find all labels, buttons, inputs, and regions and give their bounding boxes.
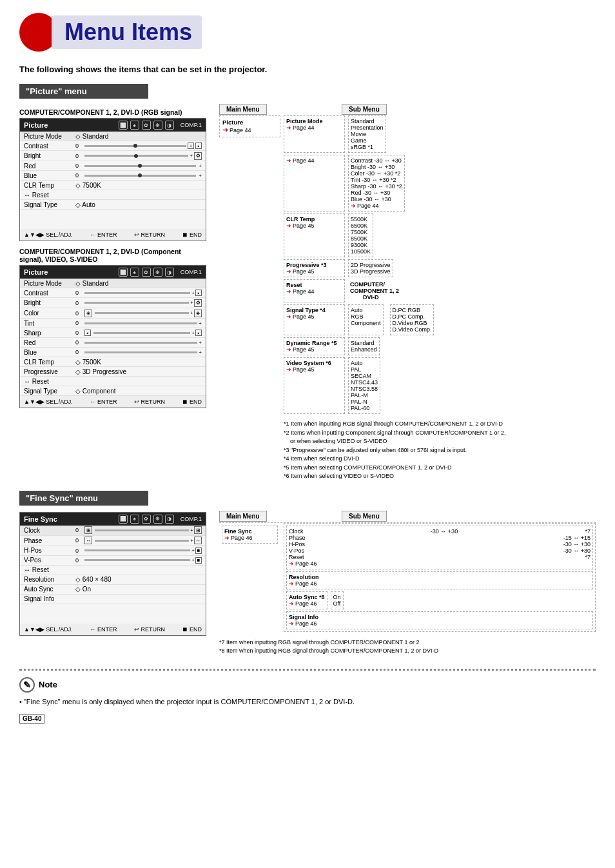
fn-6: *6 Item when selecting VIDEO or S-VIDEO xyxy=(284,472,596,481)
adjust-group: ➜ Page 44 Contrast -30 ↔ +30 Bright -30 … xyxy=(284,155,596,212)
adj-1: Contrast -30 ↔ +30 xyxy=(351,157,402,164)
dynamic-range-group: Dynamic Range *5 ➜ Page 45 Standard Enha… xyxy=(284,337,596,355)
fs-vpos: V-Pos -30 ↔ +30 xyxy=(289,547,591,554)
nav-sel-2: ▲▼◀▶ SEL./ADJ. xyxy=(24,399,73,405)
page-title: Menu Items xyxy=(52,15,202,49)
fn-2b: or when selecting VIDEO or S-VIDEO xyxy=(284,437,596,446)
fine-sync-section: "Fine Sync" menu Fine Sync ⬜ ♠ ✿ ❋ ◑ COM… xyxy=(19,491,596,656)
footnotes-picture: *1 Item when inputting RGB signal throug… xyxy=(284,420,596,481)
nav-end: ⏹ END xyxy=(182,232,202,238)
row-tint-2: Tint 0 + xyxy=(20,319,206,328)
fs-icon-1: ⬜ xyxy=(119,515,128,524)
fine-sync-panel: Fine Sync ⬜ ♠ ✿ ❋ ◑ COMP.1 Clock 0 ⊞ xyxy=(19,512,206,636)
panel-icons-2: ⬜ ♠ ✿ ❋ ◑ COMP.1 xyxy=(119,268,202,277)
fs-resolution-group: Resolution ➜ Page 46 xyxy=(286,571,593,589)
pm-sub-label: Picture Mode xyxy=(286,118,342,124)
row-blue-1: Blue 0 + xyxy=(20,171,206,181)
fs-main-title: Main Menu xyxy=(219,511,267,522)
fs-diag-headers: Main Menu Sub Menu xyxy=(219,512,596,520)
fs-icon-3: ✿ xyxy=(142,515,151,524)
adjust-items: Contrast -30 ↔ +30 Bright -30 ↔ +30 Colo… xyxy=(348,155,405,212)
nav-sel: ▲▼◀▶ SEL./ADJ. xyxy=(24,232,73,238)
fs-panel-header: Fine Sync ⬜ ♠ ✿ ❋ ◑ COMP.1 xyxy=(20,513,206,526)
fs-icons: ⬜ ♠ ✿ ❋ ◑ COMP.1 xyxy=(119,515,202,524)
row-reset-1: ↔ Reset xyxy=(20,190,206,200)
picture-section: COMPUTER/COMPONENT 1, 2, DVI-D (RGB sign… xyxy=(19,105,596,481)
label-red: Red xyxy=(24,163,75,170)
fine-sync-left: Fine Sync ⬜ ♠ ✿ ❋ ◑ COMP.1 Clock 0 ⊞ xyxy=(19,512,206,656)
panel-input-2: COMP.1 xyxy=(181,269,202,275)
picture-label: Picture xyxy=(222,119,277,126)
sub-diagram-col: Picture Mode ➜ Page 44 Standard Presenta… xyxy=(284,115,596,481)
fs-sub-col: Clock -30 ↔ +30 *7 Phase -15 ↔ +15 H-Pos… xyxy=(284,523,596,632)
label-clr-temp: CLR Temp xyxy=(24,182,75,189)
row-picture-mode-1: Picture Mode ◇ Standard xyxy=(20,132,206,141)
fs-row-hpos: H-Pos 0 + ■ xyxy=(20,546,206,556)
fs-row-clock: Clock 0 ⊞ + ⊞ xyxy=(20,526,206,536)
diagram-headers: Main Menu Sub Menu xyxy=(219,105,596,113)
icon-2-3: ✿ xyxy=(142,268,151,277)
row-signal-type-1: Signal Type ◇ Auto xyxy=(20,200,206,210)
label-bright: Bright xyxy=(24,152,75,159)
nav-enter: ← ENTER xyxy=(90,232,117,238)
fs-icon-2: ♠ xyxy=(130,515,139,524)
picture-diagram: Picture ➜ Page 44 Picture Mode ➜ Page 44 xyxy=(219,115,596,481)
fs-input: COMP.1 xyxy=(181,516,202,522)
reset-group: Reset ➜ Page 44 COMPUTER/COMPONENT 1, 2 … xyxy=(284,279,596,302)
fn-5: *5 Item when selecting COMPUTER/COMPONEN… xyxy=(284,464,596,473)
label-contrast: Contrast xyxy=(24,143,75,150)
fs-page46a: ➜ Page 46 xyxy=(289,560,591,567)
adj-7: Blue -30 ↔ +30 xyxy=(351,196,402,202)
value-bright: 0 + ✿ xyxy=(75,152,202,160)
fs-main-col: Fine Sync ➜ Page 46 xyxy=(219,523,280,632)
row-clr-2: CLR Temp ◇ 7500K xyxy=(20,357,206,367)
label-blue: Blue xyxy=(24,172,75,179)
icon-3: ✿ xyxy=(142,121,151,130)
adjust-sub: ➜ Page 44 xyxy=(284,155,345,212)
fs-fn-7: *7 Item when inputting RGB signal throug… xyxy=(219,638,596,647)
signal-type-group: Signal Type *4 ➜ Page 45 Auto RGB Compon… xyxy=(284,304,596,335)
fs-siginfo-group: Signal Info ➜ Page 46 xyxy=(286,611,593,629)
fs-hpos: H-Pos -30 ↔ +30 xyxy=(289,541,591,547)
fs-row-resolution: Resolution ◇ 640 × 480 xyxy=(20,575,206,585)
fs-row-phase: Phase 0 ↔ + ↔ xyxy=(20,536,206,546)
row-pm-2: Picture Mode ◇ Standard xyxy=(20,279,206,288)
fs-diagram: Fine Sync ➜ Page 46 Clock -30 ↔ +30 *7 xyxy=(219,522,596,632)
fs-main-item: Fine Sync ➜ Page 46 xyxy=(222,526,278,544)
adjust-page: ➜ Page 44 xyxy=(286,157,342,164)
fs-nav: ▲▼◀▶ SEL./ADJ. ← ENTER ↩ RETURN ⏹ END xyxy=(20,624,206,635)
fs-autosync-group: Auto Sync *8 ➜ Page 46 On Off xyxy=(286,591,593,609)
nav-sel-fs: ▲▼◀▶ SEL./ADJ. xyxy=(24,626,73,633)
row-bright-2: Bright 0 + ✿ xyxy=(20,298,206,308)
nav-enter-2: ← ENTER xyxy=(90,399,117,405)
pm-options: Standard Presentation Movie Game sRGB *1 xyxy=(348,115,386,153)
prog-options: 2D Progressive 3D Progressive xyxy=(348,259,393,277)
icon-2-2: ♠ xyxy=(130,268,139,277)
fn-2: *2 Items when inputting Component signal… xyxy=(284,429,596,438)
fs-sub-title: Sub Menu xyxy=(342,511,387,522)
fs-icon-5: ◑ xyxy=(165,515,174,524)
reset-labels: COMPUTER/COMPONENT 1, 2 DVI-D xyxy=(348,279,401,302)
dr-sub: Dynamic Range *5 ➜ Page 45 xyxy=(284,337,345,355)
picture-page: ➜ Page 44 xyxy=(222,126,277,134)
fs-as-options: On Off xyxy=(331,591,344,609)
nav-enter-fs: ← ENTER xyxy=(90,626,117,633)
bottom-bar: GB-40 xyxy=(19,714,596,724)
value-blue: 0 + xyxy=(75,172,202,179)
panel-input-1: COMP.1 xyxy=(181,122,202,128)
clr-sub: CLR Temp ➜ Page 45 xyxy=(284,213,345,257)
nav-end-2: ⏹ END xyxy=(182,399,202,405)
fn-3: *3 "Progressive" can be adjusted only wh… xyxy=(284,446,596,455)
fn-4: *4 Item when selecting DVI-D xyxy=(284,455,596,464)
adj-4: Tint -30 ↔ +30 *2 xyxy=(351,177,402,183)
panel-nav-1: ▲▼◀▶ SEL./ADJ. ← ENTER ↩ RETURN ⏹ END xyxy=(20,229,206,241)
adj-5: Sharp -30 ↔ +30 *2 xyxy=(351,183,402,190)
fn-1: *1 Item when inputting RGB signal throug… xyxy=(284,420,596,429)
fs-res-page: ➜ Page 46 xyxy=(289,580,591,587)
icon-4: ❋ xyxy=(153,121,162,130)
row-res2-2: ↔ Reset xyxy=(20,377,206,386)
row-sharp-2: Sharp 0 ▪ + ▪ xyxy=(20,328,206,338)
fs-row-autosync: Auto Sync ◇ On xyxy=(20,585,206,595)
icon-2-1: ⬜ xyxy=(119,268,128,277)
video-system-group: Video System *6 ➜ Page 45 Auto PAL SECAM… xyxy=(284,357,596,414)
